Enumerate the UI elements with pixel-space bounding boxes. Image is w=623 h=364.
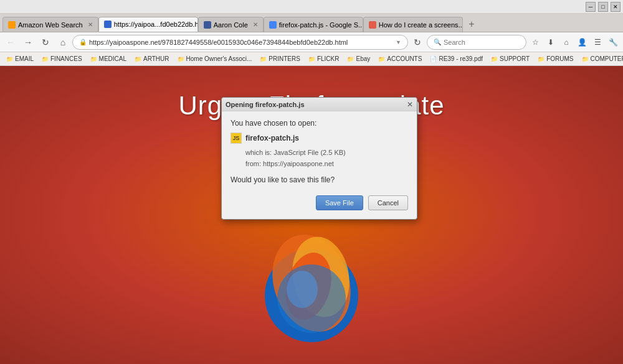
bookmark-label: Ebay — [356, 55, 370, 62]
close-button[interactable]: ✕ — [611, 2, 621, 12]
folder-icon: 📁 — [260, 56, 267, 62]
folder-icon: 📁 — [178, 56, 184, 62]
tab-bar: Amazon Web Search ✕ https://yaipoa...fd0… — [0, 14, 623, 32]
search-input[interactable] — [444, 39, 530, 46]
user-button[interactable]: 👤 — [574, 35, 589, 50]
tab-google[interactable]: firefox-patch.js - Google S... ✕ — [264, 17, 363, 32]
tab-howto[interactable]: How do I create a screens... ✕ — [363, 17, 463, 32]
url-text: https://yaipoaspone.net/9781827449558/e0… — [89, 39, 393, 46]
folder-icon: 📁 — [6, 56, 13, 62]
dialog-question: Would you like to save this file? — [231, 175, 408, 184]
dialog-title: Opening firefox-patch.js — [226, 101, 305, 108]
bookmark-label: ARTHUR — [143, 55, 169, 62]
bookmark-star-button[interactable]: ☆ — [528, 35, 543, 50]
tab-label-aaron: Aaron Cole — [214, 21, 248, 29]
cancel-button[interactable]: Cancel — [368, 195, 408, 210]
folder-icon: 📁 — [135, 56, 141, 62]
dialog-file-row: JS firefox-patch.js — [231, 133, 408, 144]
bookmark-label: COMPUTER — [591, 55, 623, 62]
tab-close-aaron[interactable]: ✕ — [250, 21, 258, 28]
folder-icon: 📁 — [491, 56, 498, 62]
bookmark-label: SUPPORT — [500, 55, 530, 62]
dialog-file-source: from: https://yaipoaspone.net — [245, 159, 408, 170]
bookmark-computer[interactable]: 📁 COMPUTER — [578, 54, 623, 65]
dialog-titlebar: Opening firefox-patch.js ✕ — [222, 98, 417, 111]
tab-close-amazon[interactable]: ✕ — [85, 21, 93, 28]
tab-favicon-amazon — [8, 21, 16, 29]
reload-button[interactable]: ↻ — [37, 34, 54, 50]
tab-yaipoa[interactable]: https://yaipoa...fd0eb22db.html ✕ — [98, 17, 198, 32]
bookmark-label: EMAIL — [15, 55, 34, 62]
tab-favicon-google — [269, 21, 277, 29]
bookmark-email[interactable]: 📁 EMAIL — [2, 54, 37, 65]
back-button[interactable]: ← — [2, 34, 19, 50]
downloads-button[interactable]: ⬇ — [543, 35, 558, 50]
maximize-button[interactable]: □ — [598, 2, 608, 12]
bookmark-medical[interactable]: 📁 MEDICAL — [87, 54, 130, 65]
tab-amazon[interactable]: Amazon Web Search ✕ — [2, 17, 98, 32]
bookmark-accounts[interactable]: 📁 ACCOUNTS — [374, 54, 426, 65]
window-titlebar: ─ □ ✕ — [0, 0, 623, 14]
tab-aaron[interactable]: Aaron Cole ✕ — [198, 17, 264, 32]
nav-bar: ← → ↻ ⌂ 🔒 https://yaipoaspone.net/978182… — [0, 32, 623, 52]
folder-icon: 📁 — [42, 56, 49, 62]
tab-favicon-yaipoa — [104, 21, 112, 28]
bookmark-label: Home Owner's Associ... — [186, 55, 252, 62]
menu-button[interactable]: ☰ — [590, 35, 605, 50]
dialog-body: You have chosen to open: JS firefox-patc… — [222, 111, 417, 219]
dialog-overlay: Opening firefox-patch.js ✕ You have chos… — [0, 66, 623, 364]
save-file-button[interactable]: Save File — [316, 195, 363, 210]
file-icon: 📄 — [430, 56, 437, 62]
bookmark-re39[interactable]: 📄 RE39 - re39.pdf — [426, 54, 487, 65]
search-icon: 🔍 — [434, 39, 441, 45]
folder-icon: 📁 — [308, 56, 315, 62]
home-button[interactable]: ⌂ — [55, 34, 71, 50]
search-bar[interactable]: 🔍 — [427, 35, 526, 50]
file-type-icon: JS — [231, 133, 242, 144]
bookmark-label: ACCOUNTS — [387, 55, 422, 62]
tab-favicon-howto — [369, 21, 376, 29]
bookmark-ebay[interactable]: 📁 Ebay — [343, 54, 374, 65]
tab-label-howto: How do I create a screens... — [379, 21, 463, 29]
bookmark-label: MEDICAL — [99, 55, 126, 62]
home-nav-button[interactable]: ⌂ — [559, 35, 574, 50]
tab-favicon-aaron — [204, 21, 211, 29]
addon-button[interactable]: 🔧 — [606, 35, 621, 50]
bookmark-forums[interactable]: 📁 FORUMS — [534, 54, 577, 65]
folder-icon: 📁 — [378, 56, 385, 62]
refresh-button[interactable]: ↻ — [409, 34, 426, 50]
open-file-dialog: Opening firefox-patch.js ✕ You have chos… — [221, 97, 417, 220]
bookmark-label: FINANCES — [50, 55, 82, 62]
dialog-intro-text: You have chosen to open: — [231, 119, 408, 128]
bookmark-flickr[interactable]: 📁 FLICKR — [305, 54, 343, 65]
bookmark-support[interactable]: 📁 SUPPORT — [487, 54, 533, 65]
bookmark-label: PRINTERS — [269, 55, 300, 62]
forward-button[interactable]: → — [20, 34, 36, 50]
url-bar[interactable]: 🔒 https://yaipoaspone.net/9781827449558/… — [72, 35, 408, 50]
bookmark-arthur[interactable]: 📁 ARTHUR — [131, 54, 173, 65]
lock-icon: 🔒 — [79, 39, 87, 45]
folder-icon: 📁 — [347, 56, 354, 62]
bookmark-label: RE39 - re39.pdf — [439, 55, 483, 62]
bookmark-homeowner[interactable]: 📁 Home Owner's Associ... — [174, 54, 256, 65]
tab-label-google: firefox-patch.js - Google S... — [279, 21, 363, 29]
folder-icon: 📁 — [90, 56, 97, 62]
bookmark-label: FORUMS — [546, 55, 573, 62]
page-content: Urgent Firefox update Download Now Openi… — [0, 66, 623, 364]
tab-label-yaipoa: https://yaipoa...fd0eb22db.html — [114, 21, 198, 28]
dialog-filename: firefox-patch.js — [245, 134, 299, 142]
bookmark-label: FLICKR — [317, 55, 340, 62]
bookmarks-bar: 📁 EMAIL 📁 FINANCES 📁 MEDICAL 📁 ARTHUR 📁 … — [0, 52, 623, 66]
dialog-file-type: which is: JavaScript File (2.5 KB) — [245, 147, 408, 159]
bookmark-finances[interactable]: 📁 FINANCES — [38, 54, 86, 65]
folder-icon: 📁 — [538, 56, 545, 62]
tab-label-amazon: Amazon Web Search — [18, 21, 83, 29]
folder-icon: 📁 — [582, 56, 589, 62]
dialog-buttons: Save File Cancel — [231, 193, 408, 212]
url-dropdown-icon: ▼ — [396, 39, 401, 45]
bookmark-printers[interactable]: 📁 PRINTERS — [256, 54, 304, 65]
new-tab-button[interactable]: + — [464, 17, 479, 32]
nav-icon-group: ☆ ⬇ ⌂ 👤 ☰ 🔧 — [528, 35, 621, 50]
minimize-button[interactable]: ─ — [586, 2, 596, 12]
dialog-close-button[interactable]: ✕ — [407, 100, 413, 109]
